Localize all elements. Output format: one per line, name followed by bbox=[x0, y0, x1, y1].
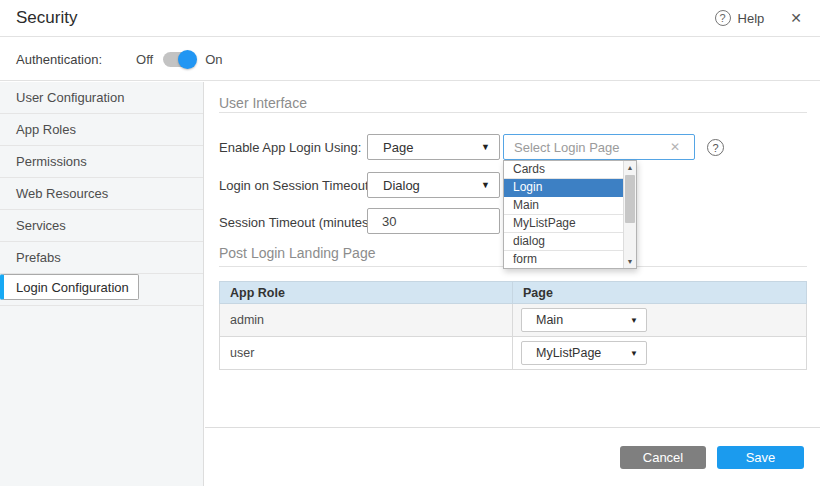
save-button[interactable]: Save bbox=[717, 446, 804, 469]
column-header-page: Page bbox=[513, 282, 807, 304]
landing-page-table: App Role Page admin Main ▼ user MyListPa… bbox=[219, 281, 807, 370]
scrollbar-thumb[interactable] bbox=[625, 175, 635, 223]
user-page-value: MyListPage bbox=[536, 346, 601, 360]
page-cell: Main ▼ bbox=[513, 304, 807, 337]
scroll-down-icon[interactable]: ▼ bbox=[624, 255, 636, 268]
login-page-input[interactable] bbox=[514, 140, 664, 155]
dropdown-list: Cards Login Main MyListPage dialog form bbox=[504, 161, 623, 268]
enable-app-login-label: Enable App Login Using: bbox=[219, 140, 361, 155]
cancel-button[interactable]: Cancel bbox=[620, 446, 706, 469]
section-divider bbox=[219, 112, 807, 113]
scroll-up-icon[interactable]: ▲ bbox=[624, 161, 636, 174]
help-icon[interactable]: ? bbox=[715, 10, 731, 26]
dialog-header: Security ? Help ✕ bbox=[0, 0, 820, 37]
section-title-post-login: Post Login Landing Page bbox=[219, 245, 375, 261]
chevron-down-icon: ▼ bbox=[481, 180, 490, 190]
sidebar-item-app-roles[interactable]: App Roles bbox=[0, 114, 203, 146]
close-icon[interactable]: ✕ bbox=[790, 11, 802, 25]
sidebar-item-services[interactable]: Services bbox=[0, 210, 203, 242]
dropdown-option-form[interactable]: form bbox=[504, 251, 623, 269]
toggle-on-label: On bbox=[205, 52, 222, 67]
enable-app-login-value: Page bbox=[383, 140, 413, 155]
authentication-toggle[interactable] bbox=[163, 52, 195, 67]
dropdown-scrollbar[interactable]: ▲ ▼ bbox=[623, 161, 636, 268]
chevron-down-icon: ▼ bbox=[481, 142, 490, 152]
chevron-down-icon: ▼ bbox=[630, 349, 638, 358]
login-page-help-icon[interactable]: ? bbox=[707, 139, 724, 156]
dropdown-option-dialog[interactable]: dialog bbox=[504, 233, 623, 251]
settings-sidebar: User Configuration App Roles Permissions… bbox=[0, 82, 204, 486]
table-header-row: App Role Page bbox=[220, 282, 807, 304]
sidebar-item-user-configuration[interactable]: User Configuration bbox=[0, 82, 203, 114]
authentication-bar: Authentication: Off On bbox=[0, 38, 820, 81]
admin-page-select[interactable]: Main ▼ bbox=[521, 308, 647, 332]
login-page-combobox: ✕ bbox=[503, 134, 695, 160]
toggle-knob bbox=[178, 50, 197, 69]
clear-icon[interactable]: ✕ bbox=[664, 140, 686, 154]
app-role-cell: user bbox=[220, 337, 513, 370]
enable-app-login-select[interactable]: Page ▼ bbox=[367, 134, 500, 160]
security-dialog: Security ? Help ✕ Authentication: Off On… bbox=[0, 0, 820, 486]
help-link[interactable]: Help bbox=[738, 11, 765, 26]
authentication-label: Authentication: bbox=[16, 52, 102, 67]
admin-page-value: Main bbox=[536, 313, 563, 327]
dropdown-option-main[interactable]: Main bbox=[504, 197, 623, 215]
session-timeout-label: Session Timeout (minutes): bbox=[219, 215, 377, 230]
toggle-off-label: Off bbox=[136, 52, 153, 67]
sidebar-item-permissions[interactable]: Permissions bbox=[0, 146, 203, 178]
session-timeout-input[interactable] bbox=[367, 208, 500, 234]
sidebar-item-web-resources[interactable]: Web Resources bbox=[0, 178, 203, 210]
login-page-dropdown: Cards Login Main MyListPage dialog form … bbox=[503, 160, 637, 269]
section-title-user-interface: User Interface bbox=[219, 95, 307, 111]
session-timeout-mode-value: Dialog bbox=[383, 178, 420, 193]
chevron-down-icon: ▼ bbox=[630, 316, 638, 325]
footer-divider bbox=[205, 427, 820, 428]
column-header-app-role: App Role bbox=[220, 282, 513, 304]
table-row: admin Main ▼ bbox=[220, 304, 807, 337]
dropdown-option-cards[interactable]: Cards bbox=[504, 161, 623, 179]
dropdown-option-mylistpage[interactable]: MyListPage bbox=[504, 215, 623, 233]
dropdown-option-login[interactable]: Login bbox=[504, 179, 623, 197]
app-role-cell: admin bbox=[220, 304, 513, 337]
table-row: user MyListPage ▼ bbox=[220, 337, 807, 370]
session-timeout-mode-label: Login on Session Timeout: bbox=[219, 178, 372, 193]
user-page-select[interactable]: MyListPage ▼ bbox=[521, 341, 647, 365]
sidebar-item-login-configuration[interactable]: Login Configuration bbox=[0, 274, 139, 300]
sidebar-item-prefabs[interactable]: Prefabs bbox=[0, 242, 203, 274]
page-title: Security bbox=[16, 8, 77, 28]
session-timeout-mode-select[interactable]: Dialog ▼ bbox=[367, 172, 500, 198]
page-cell: MyListPage ▼ bbox=[513, 337, 807, 370]
